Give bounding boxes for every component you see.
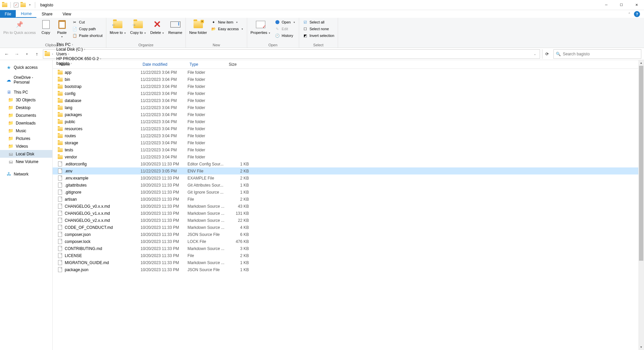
file-row[interactable]: lang11/22/2023 3:04 PMFile folder xyxy=(53,104,644,111)
copy-to-button[interactable]: → Copy to ▼ xyxy=(129,18,148,36)
file-row[interactable]: .editorconfig10/20/2023 11:33 PMEditor C… xyxy=(53,160,644,167)
file-row[interactable]: CHANGELOG_v1.x.x.md10/20/2023 11:33 PMMa… xyxy=(53,210,644,217)
help-icon[interactable]: ? xyxy=(634,11,640,17)
file-row[interactable]: package.json10/20/2023 11:33 PMJSON Sour… xyxy=(53,266,644,273)
pin-to-quick-access-button[interactable]: 📌 Pin to Quick access xyxy=(2,18,37,36)
copy-path-button[interactable]: 📄Copy path xyxy=(71,26,104,32)
up-button[interactable]: ↑ xyxy=(33,50,41,58)
sidebar-item[interactable]: 🖴New Volume xyxy=(0,158,52,165)
move-to-button[interactable]: ← Move to ▼ xyxy=(108,18,127,36)
qat-dropdown-icon[interactable]: ▾ xyxy=(28,3,32,6)
file-row[interactable]: database11/22/2023 3:04 PMFile folder xyxy=(53,97,644,104)
cut-button[interactable]: ✂Cut xyxy=(71,19,104,25)
file-row[interactable]: packages11/22/2023 3:04 PMFile folder xyxy=(53,111,644,118)
select-all-button[interactable]: ☑Select all xyxy=(301,19,336,25)
copy-button[interactable]: Copy xyxy=(39,18,53,36)
qat-properties-icon[interactable]: ✓ xyxy=(14,3,18,7)
view-tab[interactable]: View xyxy=(57,10,76,18)
sidebar-item[interactable]: 📁Documents xyxy=(0,111,52,119)
file-row[interactable]: app11/22/2023 3:04 PMFile folder xyxy=(53,69,644,76)
file-row[interactable]: MIGRATION_GUIDE.md10/20/2023 11:33 PMMar… xyxy=(53,259,644,266)
sidebar-item[interactable]: 📁Music xyxy=(0,127,52,135)
file-row[interactable]: bootstrap11/22/2023 3:04 PMFile folder xyxy=(53,83,644,90)
breadcrumb-segment[interactable]: Users› xyxy=(55,52,103,56)
sidebar-item[interactable]: 📁Downloads xyxy=(0,119,52,127)
column-header-type[interactable]: Type xyxy=(187,60,227,68)
sidebar-item-this-pc[interactable]: 🖥 This PC xyxy=(0,88,52,96)
file-row[interactable]: routes11/22/2023 3:04 PMFile folder xyxy=(53,132,644,139)
close-button[interactable]: ✕ xyxy=(629,0,644,10)
home-tab[interactable]: Home xyxy=(16,10,37,18)
file-tab[interactable]: File xyxy=(0,10,16,18)
breadcrumb-segment[interactable]: This PC› xyxy=(55,42,103,47)
file-row[interactable]: tests11/22/2023 3:04 PMFile folder xyxy=(53,146,644,153)
qat-folder-icon[interactable] xyxy=(20,3,26,7)
file-row[interactable]: .gitignore10/20/2023 11:33 PMGit Ignore … xyxy=(53,189,644,196)
file-row[interactable]: vendor11/22/2023 3:04 PMFile folder xyxy=(53,153,644,160)
file-row[interactable]: artisan10/20/2023 11:33 PMFile2 KB xyxy=(53,196,644,203)
file-icon xyxy=(57,218,63,223)
address-bar[interactable]: › This PC›Local Disk (C:)›Users›HP PROBO… xyxy=(43,49,540,59)
scrollbar-track[interactable] xyxy=(638,66,644,344)
edit-button[interactable]: ✎Edit xyxy=(273,26,297,32)
file-row[interactable]: config11/22/2023 3:04 PMFile folder xyxy=(53,90,644,97)
sidebar-item[interactable]: ★Quick access xyxy=(0,63,52,71)
sidebar-item[interactable]: ☁OneDrive - Personal xyxy=(0,76,52,84)
file-list[interactable]: app11/22/2023 3:04 PMFile folderbin11/22… xyxy=(53,69,644,350)
scrollbar-thumb[interactable] xyxy=(639,66,643,261)
new-folder-button[interactable]: ✦ New folder xyxy=(188,18,208,36)
sidebar-item[interactable]: 📁Pictures xyxy=(0,135,52,142)
column-header-date[interactable]: Date modified xyxy=(141,60,187,68)
column-header-size[interactable]: Size xyxy=(227,60,252,68)
sidebar-item[interactable]: 📁3D Objects xyxy=(0,96,52,104)
properties-button[interactable]: Properties ▼ xyxy=(249,18,272,36)
scroll-up-button[interactable]: ▲ xyxy=(638,60,644,66)
sidebar-item-network[interactable]: 🖧 Network xyxy=(0,170,52,178)
recent-locations-button[interactable]: ▾ xyxy=(23,50,31,58)
file-row[interactable]: LICENSE10/20/2023 11:33 PMFile2 KB xyxy=(53,252,644,259)
file-row[interactable]: CHANGELOG_v2.x.x.md10/20/2023 11:33 PMMa… xyxy=(53,217,644,224)
file-row[interactable]: storage11/22/2023 3:04 PMFile folder xyxy=(53,139,644,146)
address-dropdown-icon[interactable]: ⌄ xyxy=(532,52,538,56)
paste-button[interactable]: Paste ▼ xyxy=(55,18,69,39)
paste-shortcut-button[interactable]: 📋Paste shortcut xyxy=(71,33,104,39)
scroll-down-button[interactable]: ▼ xyxy=(638,344,644,350)
rename-button[interactable]: Rename xyxy=(167,18,184,36)
collapse-ribbon-icon[interactable]: ⌃ xyxy=(628,12,631,16)
sidebar-item[interactable]: 🖴Local Disk xyxy=(0,150,52,158)
share-tab[interactable]: Share xyxy=(37,10,57,18)
delete-button[interactable]: ✕ Delete ▼ xyxy=(149,18,166,36)
file-row[interactable]: .gitattributes10/20/2023 11:33 PMGit Att… xyxy=(53,182,644,189)
file-row[interactable]: composer.json10/20/2023 11:33 PMJSON Sou… xyxy=(53,231,644,238)
select-none-button[interactable]: ☐Select none xyxy=(301,26,336,32)
file-row[interactable]: composer.lock10/20/2023 11:33 PMLOCK Fil… xyxy=(53,238,644,245)
sidebar-item[interactable]: 📁Videos xyxy=(0,142,52,150)
file-row[interactable]: resources11/22/2023 3:04 PMFile folder xyxy=(53,125,644,132)
minimize-button[interactable]: ─ xyxy=(599,0,614,10)
file-row[interactable]: public11/22/2023 3:04 PMFile folder xyxy=(53,118,644,125)
column-header-name[interactable]: ˄ Name xyxy=(57,60,141,68)
file-row[interactable]: CODE_OF_CONDUCT.md10/20/2023 11:33 PMMar… xyxy=(53,224,644,231)
file-type: Markdown Source ... xyxy=(187,225,227,230)
file-row[interactable]: CHANGELOG_v0.x.x.md10/20/2023 11:33 PMMa… xyxy=(53,203,644,210)
file-row[interactable]: .env11/22/2023 3:05 PMENV File2 KB xyxy=(53,167,644,174)
invert-selection-button[interactable]: ◩Invert selection xyxy=(301,33,336,39)
sidebar-item[interactable]: 📁Desktop xyxy=(0,104,52,111)
breadcrumb-chevron[interactable]: › xyxy=(51,50,54,58)
file-row[interactable]: bin11/22/2023 3:04 PMFile folder xyxy=(53,76,644,83)
vertical-scrollbar[interactable]: ▲ ▼ xyxy=(638,60,644,350)
search-input[interactable]: 🔍 Search bagisto xyxy=(553,49,641,59)
easy-access-button[interactable]: 📂Easy access▼ xyxy=(210,26,245,32)
back-button[interactable]: ← xyxy=(3,50,11,58)
new-item-button[interactable]: ✦New item▼ xyxy=(210,19,245,25)
history-button[interactable]: 🕘History xyxy=(273,33,297,39)
maximize-button[interactable]: ☐ xyxy=(614,0,629,10)
open-button[interactable]: Open▼ xyxy=(273,19,297,25)
file-size: 131 KB xyxy=(227,211,252,216)
breadcrumb-segment[interactable]: Local Disk (C:)› xyxy=(55,47,103,52)
file-row[interactable]: CONTRIBUTING.md10/20/2023 11:33 PMMarkdo… xyxy=(53,245,644,252)
invert-selection-icon: ◩ xyxy=(303,33,308,38)
refresh-button[interactable]: ⟳ xyxy=(542,49,551,59)
file-row[interactable]: .env.example10/20/2023 11:33 PMEXAMPLE F… xyxy=(53,174,644,182)
forward-button[interactable]: → xyxy=(13,50,21,58)
